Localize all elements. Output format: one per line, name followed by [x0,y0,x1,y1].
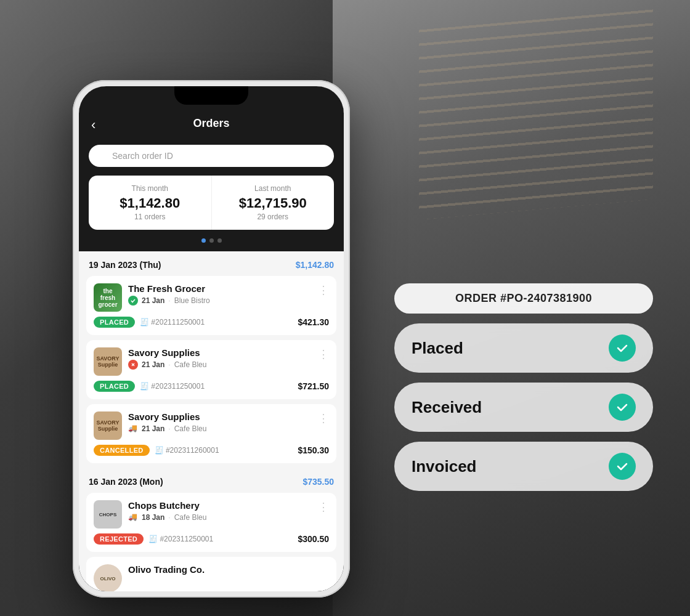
page-title: Orders [193,117,229,130]
order-card-3[interactable]: SAVORYSupplie Savory Supplies 🚚 21 Jan ·… [86,404,336,463]
order-meta-3: 🚚 21 Jan · Cafe Bleu [128,424,312,434]
meta-date-4: 18 Jan [142,513,164,522]
this-month-count: 11 orders [99,213,201,221]
meta-venue-2: Cafe Bleu [174,360,207,369]
this-month-label: This month [99,184,201,193]
received-check-icon [609,394,636,421]
status-badge-3: CANCELLED [94,445,150,456]
order-amount-2: $721.50 [298,381,329,391]
more-button-4[interactable]: ⋮ [318,500,329,514]
order-card-1[interactable]: thefreshgrocer The Fresh Grocer 21 Jan · [86,276,336,335]
order-info-5: Olivo Trading Co. [128,564,329,577]
order-id-2: 🧾 #202311250001 [140,382,205,391]
search-input[interactable]: Search order ID [89,145,334,167]
more-button-2[interactable]: ⋮ [318,347,329,361]
meta-venue-1: Blue Bistro [174,296,210,305]
supplier-name-4: Chops Butchery [128,500,312,511]
phone-outer: ‹ Orders 🔍 Search order ID This month [73,80,350,598]
step-received-label: Received [412,398,482,417]
stats-section: This month $1,142.80 11 orders Last mont… [79,176,344,238]
order-top-4: CHOPS Chops Butchery 🚚 18 Jan · Cafe Ble… [94,500,329,529]
last-month-amount: $12,715.90 [222,195,325,211]
date-section-2: 16 Jan 2023 (Mon) $735.50 [79,468,344,490]
vent-lines [419,2,653,219]
order-amount-4: $300.50 [298,534,329,544]
order-top-1: thefreshgrocer The Fresh Grocer 21 Jan · [94,283,329,312]
order-meta-4: 🚚 18 Jan · Cafe Bleu [128,513,312,522]
x-icon-2 [128,360,138,370]
order-amount-3: $150.30 [298,445,329,455]
dot-3 [217,238,222,243]
check-icon-1 [128,296,138,306]
truck-icon-4: 🚚 [128,513,138,522]
status-step-placed: Placed [394,323,653,373]
supplier-name-5: Olivo Trading Co. [128,564,329,575]
more-button-3[interactable]: ⋮ [318,411,329,425]
meta-venue-3: Cafe Bleu [174,424,207,433]
supplier-logo-1: thefreshgrocer [94,283,122,312]
dot-2 [209,238,214,243]
search-container[interactable]: 🔍 Search order ID [89,145,334,167]
supplier-logo-3: SAVORYSupplie [94,411,122,440]
order-top-2: SAVORYSupplie Savory Supplies 21 Jan · [94,347,329,376]
date-total-1: $1,142.80 [296,260,334,270]
date-section-1: 19 Jan 2023 (Thu) $1,142.80 [79,251,344,274]
supplier-name-2: Savory Supplies [128,347,312,358]
order-number-badge: ORDER #PO-2407381900 [394,283,653,314]
order-bottom-4: REJECTED 🧾 #202311250001 $300.50 [94,533,329,545]
stats-card: This month $1,142.80 11 orders Last mont… [89,176,334,230]
supplier-name-3: Savory Supplies [128,411,312,422]
order-id-4: 🧾 #202311250001 [148,535,213,543]
order-info-3: Savory Supplies 🚚 21 Jan · Cafe Bleu [128,411,312,434]
order-panel: ORDER #PO-2407381900 Placed Received Inv… [394,283,653,491]
more-button-1[interactable]: ⋮ [318,283,329,297]
this-month-amount: $1,142.80 [99,195,201,211]
search-bar: 🔍 Search order ID [79,140,344,176]
order-id-1: 🧾 #202111250001 [140,318,205,326]
date-label-2: 16 Jan 2023 (Mon) [89,477,163,487]
phone-wrapper: ‹ Orders 🔍 Search order ID This month [73,80,350,598]
order-card-5[interactable]: OLIVO Olivo Trading Co. [86,557,336,591]
order-bottom-1: PLACED 🧾 #202111250001 $421.30 [94,317,329,328]
date-total-2: $735.50 [302,477,334,487]
status-badge-2: PLACED [94,381,135,392]
status-step-received: Received [394,383,653,432]
order-bottom-3: CANCELLED 🧾 #202311260001 $150.30 [94,445,329,456]
phone-screen: ‹ Orders 🔍 Search order ID This month [79,86,344,591]
order-info-4: Chops Butchery 🚚 18 Jan · Cafe Bleu [128,500,312,522]
order-info-1: The Fresh Grocer 21 Jan · Blue Bistro [128,283,312,306]
phone-notch [174,86,248,105]
stat-last-month: Last month $12,715.90 29 orders [212,176,335,230]
last-month-count: 29 orders [222,213,325,221]
supplier-logo-4: CHOPS [94,500,122,529]
order-number-text: ORDER #PO-2407381900 [455,292,592,304]
dots-indicator [79,238,344,251]
meta-date-1: 21 Jan [142,296,164,305]
meta-date-3: 21 Jan [142,424,164,433]
supplier-logo-5: OLIVO [94,564,122,591]
status-badge-4: REJECTED [94,533,144,545]
date-label-1: 19 Jan 2023 (Thu) [89,260,161,270]
meta-date-2: 21 Jan [142,360,164,369]
order-info-2: Savory Supplies 21 Jan · Cafe Bleu [128,347,312,370]
order-meta-2: 21 Jan · Cafe Bleu [128,360,312,370]
last-month-label: Last month [222,184,325,193]
order-meta-1: 21 Jan · Blue Bistro [128,296,312,306]
order-top-3: SAVORYSupplie Savory Supplies 🚚 21 Jan ·… [94,411,329,440]
order-top-5: OLIVO Olivo Trading Co. [94,564,329,591]
placed-check-icon [609,334,636,362]
order-id-3: 🧾 #202311260001 [155,446,219,455]
order-bottom-2: PLACED 🧾 #202311250001 $721.50 [94,381,329,392]
status-step-invoiced: Invoiced [394,442,653,491]
order-card-2[interactable]: SAVORYSupplie Savory Supplies 21 Jan · [86,340,336,399]
order-card-4[interactable]: CHOPS Chops Butchery 🚚 18 Jan · Cafe Ble… [86,493,336,552]
dot-1 [201,238,206,243]
supplier-logo-2: SAVORYSupplie [94,347,122,376]
step-placed-label: Placed [412,339,463,358]
order-amount-1: $421.30 [298,317,329,327]
meta-venue-4: Cafe Bleu [174,513,207,522]
back-button[interactable]: ‹ [91,117,95,133]
stat-this-month: This month $1,142.80 11 orders [89,176,212,230]
orders-list[interactable]: 19 Jan 2023 (Thu) $1,142.80 thefreshgroc… [79,251,344,591]
supplier-name-1: The Fresh Grocer [128,283,312,294]
